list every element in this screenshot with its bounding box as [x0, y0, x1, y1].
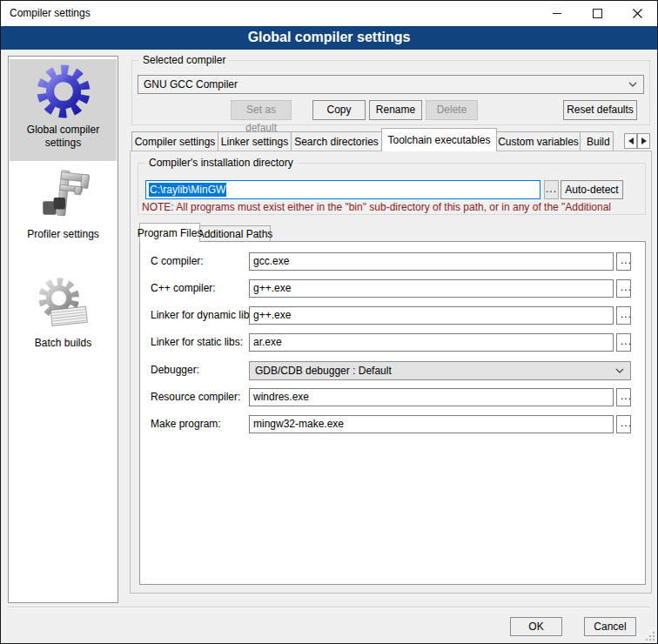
- make-program-input[interactable]: mingw32-make.exe: [249, 415, 614, 433]
- maximize-button[interactable]: [577, 1, 617, 26]
- delete-button[interactable]: Delete: [426, 100, 478, 120]
- tab-search-directories[interactable]: Search directories: [291, 131, 382, 151]
- tab-compiler-settings[interactable]: Compiler settings: [131, 131, 218, 151]
- subtab-program-files[interactable]: Program Files: [139, 223, 200, 242]
- cpp-compiler-browse-button[interactable]: ...: [616, 279, 631, 298]
- subtab-additional-paths[interactable]: Additional Paths: [199, 225, 271, 242]
- sidebar-item-profiler-settings[interactable]: Profiler settings: [10, 167, 117, 254]
- dynamic-linker-label: Linker for dynamic libs:: [151, 309, 258, 321]
- ok-button[interactable]: OK: [510, 617, 562, 636]
- installation-directory-input[interactable]: C:\raylib\MinGW: [145, 180, 540, 199]
- arrow-right-icon: [641, 138, 647, 144]
- resize-grip[interactable]: [646, 632, 655, 641]
- window-title: Compiler settings: [10, 1, 91, 26]
- cpp-compiler-input[interactable]: g++.exe: [249, 279, 614, 298]
- toolchain-executables-page: Compiler's installation directory C:\ray…: [130, 151, 652, 594]
- program-files-page: C compiler: gcc.exe ... C++ compiler: g+…: [139, 241, 646, 585]
- cpp-compiler-label: C++ compiler:: [151, 282, 216, 294]
- static-linker-label: Linker for static libs:: [151, 336, 243, 348]
- set-as-default-button[interactable]: Set as default: [231, 100, 292, 120]
- tab-build-options[interactable]: Build: [580, 131, 614, 151]
- resource-compiler-input[interactable]: windres.exe: [249, 388, 614, 406]
- sidebar-item-global-compiler-settings[interactable]: Global compiler settings: [10, 59, 117, 161]
- page-title: Global compiler settings: [1, 26, 657, 50]
- tab-linker-settings[interactable]: Linker settings: [218, 131, 292, 151]
- chevron-down-icon: [628, 82, 637, 87]
- tab-scroll-right-button[interactable]: [637, 133, 650, 149]
- compiler-settings-window: Compiler settings Global compiler settin…: [0, 0, 658, 644]
- c-compiler-label: C compiler:: [151, 255, 204, 267]
- c-compiler-browse-button[interactable]: ...: [616, 252, 631, 271]
- browse-directory-button[interactable]: ...: [544, 180, 559, 199]
- sidebar-item-batch-builds[interactable]: Batch builds: [10, 274, 117, 363]
- static-linker-input[interactable]: ar.exe: [249, 333, 614, 352]
- directory-note: NOTE: All programs must exist either in …: [142, 201, 645, 213]
- reset-defaults-button[interactable]: Reset defaults: [563, 100, 637, 120]
- chevron-down-icon: [615, 368, 624, 373]
- rename-button[interactable]: Rename: [369, 100, 422, 120]
- selected-compiler-group: Selected compiler GNU GCC Compiler Set a…: [131, 60, 650, 125]
- make-program-browse-button[interactable]: ...: [616, 415, 631, 433]
- close-icon: [633, 9, 642, 18]
- settings-sidebar: Global compiler settings P: [8, 56, 118, 603]
- minimize-button[interactable]: [537, 1, 577, 26]
- installation-directory-group: Compiler's installation directory C:\ray…: [138, 163, 646, 215]
- debugger-label: Debugger:: [151, 364, 199, 376]
- make-program-label: Make program:: [151, 418, 221, 430]
- debugger-select[interactable]: GDB/CDB debugger : Default: [249, 361, 631, 380]
- settings-tabs: Compiler settings Linker settings Search…: [131, 128, 613, 151]
- copy-button[interactable]: Copy: [312, 100, 366, 120]
- cancel-button[interactable]: Cancel: [584, 617, 636, 636]
- static-linker-browse-button[interactable]: ...: [616, 333, 631, 352]
- tab-scroll-left-button[interactable]: [624, 133, 637, 149]
- sidebar-item-label: Batch builds: [35, 337, 91, 350]
- selected-compiler-value: GNU GCC Compiler: [144, 78, 238, 91]
- sidebar-item-label: Global compiler settings: [10, 124, 117, 150]
- arrow-left-icon: [628, 138, 634, 144]
- c-compiler-input[interactable]: gcc.exe: [249, 252, 614, 271]
- dynamic-linker-input[interactable]: g++.exe: [249, 306, 614, 325]
- gear-stack-icon: [34, 274, 93, 333]
- tab-custom-variables[interactable]: Custom variables: [496, 131, 581, 151]
- resource-compiler-label: Resource compiler:: [151, 391, 240, 403]
- group-label: Selected compiler: [139, 54, 229, 67]
- footer-divider: [8, 607, 650, 608]
- auto-detect-button[interactable]: Auto-detect: [561, 180, 623, 199]
- installation-directory-value: C:\raylib\MinGW: [149, 183, 226, 197]
- minimize-icon: [553, 13, 561, 14]
- title-bar[interactable]: Compiler settings: [1, 1, 657, 26]
- caliper-icon: [35, 167, 92, 225]
- dynamic-linker-browse-button[interactable]: ...: [616, 306, 631, 325]
- sidebar-item-label: Profiler settings: [27, 228, 99, 241]
- caption-buttons: [537, 1, 657, 26]
- group-label: Compiler's installation directory: [145, 157, 297, 170]
- maximize-icon: [593, 9, 602, 18]
- blue-gear-icon: [35, 63, 92, 120]
- program-subtabs: Program Files Additional Paths: [139, 223, 270, 242]
- tab-toolchain-executables[interactable]: Toolchain executables: [381, 128, 497, 151]
- debugger-value: GDB/CDB debugger : Default: [255, 365, 392, 377]
- selected-compiler-select[interactable]: GNU GCC Compiler: [138, 75, 644, 94]
- close-button[interactable]: [617, 1, 657, 26]
- resource-compiler-browse-button[interactable]: ...: [616, 388, 631, 406]
